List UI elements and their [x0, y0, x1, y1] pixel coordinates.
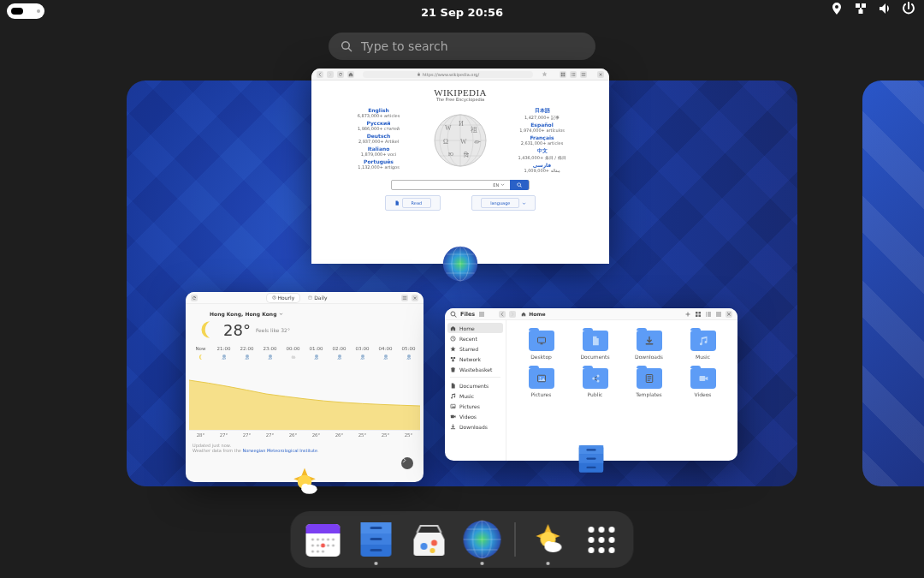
search-icon	[341, 40, 352, 52]
list-button[interactable]	[570, 71, 577, 78]
scroll-next-button[interactable]	[401, 457, 413, 469]
refresh-button[interactable]	[191, 295, 198, 301]
hour-col: 04:00	[374, 346, 397, 363]
tab-hourly[interactable]: Hourly	[267, 294, 300, 302]
close-button[interactable]: ×	[597, 71, 604, 78]
folder-documents[interactable]: Documents	[571, 331, 619, 360]
forward-button[interactable]	[327, 71, 334, 78]
folder-templates[interactable]: Templates	[625, 368, 673, 397]
window-icon-weather	[286, 463, 323, 501]
wiki-lang-link[interactable]: Español1,974,000+ artículos	[499, 122, 585, 133]
tabs-button[interactable]	[560, 71, 566, 78]
breadcrumb[interactable]: Home	[521, 311, 545, 317]
close-button[interactable]: ×	[412, 295, 418, 301]
dock-software[interactable]	[409, 519, 450, 560]
tab-daily[interactable]: Daily	[303, 294, 332, 302]
home-button[interactable]	[347, 71, 354, 78]
appgrid-icon	[588, 527, 614, 553]
folder-music[interactable]: Music	[678, 331, 727, 360]
location-picker[interactable]: Hong Kong, Hong Kong	[210, 311, 424, 317]
sidebar-item-trash[interactable]: Wastebasket	[445, 364, 506, 374]
folder-videos[interactable]: Videos	[678, 368, 727, 397]
window-weather[interactable]: Hourly Daily × Hong Kong, Hong Kong 28° …	[186, 292, 424, 482]
wiki-lang-link[interactable]: 日本語1,427,000+ 記事	[499, 107, 585, 120]
hour-col: 01:00	[305, 346, 328, 363]
wiki-lang-link[interactable]: Français2,631,000+ articles	[499, 134, 585, 146]
weather-credit-link[interactable]: Norwegian Meteorological Institute	[243, 448, 317, 453]
dock-web[interactable]	[462, 519, 503, 560]
folder-icon	[583, 331, 608, 351]
dock-calendar[interactable]	[303, 519, 344, 560]
hour-temp: 25°	[397, 432, 420, 438]
wiki-lang-link[interactable]: Deutsch2,937,000+ Artikel	[335, 133, 422, 144]
hour-col: 22:00	[235, 346, 258, 363]
folder-desktop[interactable]: Desktop	[517, 331, 566, 360]
wiki-lang-link[interactable]: English6,873,000+ articles	[335, 107, 422, 118]
wiki-lang-link[interactable]: Italiano1,879,000+ voci	[335, 146, 422, 157]
back-button[interactable]	[317, 71, 323, 78]
wikipedia-search[interactable]: EN	[391, 180, 530, 190]
search-icon[interactable]	[450, 311, 457, 318]
sidebar-item-network[interactable]: Network	[445, 354, 506, 364]
folder-label: Templates	[636, 391, 662, 397]
sidebar-toggle-icon[interactable]	[478, 311, 485, 318]
sidebar-item-recent[interactable]: Recent	[445, 333, 506, 343]
browser-headerbar: https://www.wikipedia.org/ ×	[311, 69, 609, 80]
close-button[interactable]: ×	[726, 311, 732, 318]
folder-icon	[529, 368, 554, 389]
new-tab-icon[interactable]	[684, 311, 691, 318]
workspace-next[interactable]	[862, 80, 924, 486]
activities-pill[interactable]	[7, 3, 44, 19]
hour-col: 02:00	[328, 346, 351, 363]
wiki-lang-link[interactable]: 中文1,436,000+ 条目 / 條目	[499, 147, 585, 160]
dock-weather[interactable]	[528, 519, 569, 560]
folder-label: Documents	[580, 354, 609, 360]
sidebar-item-documents[interactable]: Documents	[445, 380, 506, 390]
wikipedia-lang-link[interactable]: language	[471, 195, 536, 211]
current-conditions: 28° Feels like 32°	[196, 319, 424, 341]
sidebar-item-pictures[interactable]: Pictures	[445, 401, 506, 411]
dock-files[interactable]	[356, 519, 397, 560]
wikipedia-search-go[interactable]	[510, 180, 529, 190]
folder-label: Downloads	[635, 354, 663, 360]
back-button[interactable]	[499, 311, 506, 318]
weather-headerbar: Hourly Daily ×	[186, 292, 424, 304]
dock-separator	[515, 522, 516, 557]
folder-icon	[637, 368, 662, 389]
sidebar-item-videos[interactable]: Videos	[445, 411, 506, 421]
sidebar-item-home[interactable]: Home	[447, 323, 503, 333]
browser-viewport: WIKIPEDIA The Free Encyclopedia English6…	[311, 80, 609, 264]
wiki-lang-link[interactable]: فارسی1,009,000+ مقاله	[499, 162, 585, 173]
system-tray[interactable]	[830, 2, 915, 15]
menu-button[interactable]	[580, 71, 587, 78]
wikipedia-read-link[interactable]: Read	[385, 195, 441, 211]
lock-icon	[417, 72, 421, 76]
window-web-browser[interactable]: https://www.wikipedia.org/ × WIKIPEDIA T…	[311, 69, 609, 264]
hour-col: 05:00	[397, 346, 420, 363]
folder-downloads[interactable]: Downloads	[625, 331, 673, 360]
sidebar-item-starred[interactable]: Starred	[445, 343, 506, 354]
reload-button[interactable]	[337, 71, 344, 78]
wiki-lang-link[interactable]: Português1,132,000+ artigos	[335, 158, 422, 170]
window-files[interactable]: Files Home × HomeRecentStarredNetworkWas…	[445, 308, 737, 461]
view-grid-icon[interactable]	[695, 311, 702, 318]
overview-search[interactable]: Type to search	[329, 33, 595, 60]
menu-icon[interactable]	[715, 311, 722, 318]
wiki-lang-link[interactable]: Русский1,986,000+ статей	[335, 120, 422, 131]
wikipedia-search-lang[interactable]: EN	[488, 182, 510, 188]
bookmark-star-icon[interactable]	[542, 71, 548, 77]
url-bar[interactable]: https://www.wikipedia.org/	[363, 71, 533, 78]
view-list-icon[interactable]	[705, 311, 712, 318]
network-icon	[854, 2, 868, 15]
hour-col: 21:00	[212, 346, 235, 363]
folder-pictures[interactable]: Pictures	[517, 368, 566, 397]
wikipedia-tagline: The Free Encyclopedia	[335, 97, 585, 102]
folder-public[interactable]: Public	[571, 368, 619, 397]
sidebar-item-music[interactable]: Music	[445, 390, 506, 401]
forward-button[interactable]	[509, 311, 516, 318]
clock[interactable]: 21 Sep 20:56	[421, 6, 503, 19]
dock-appgrid[interactable]	[581, 519, 622, 560]
menu-button[interactable]	[401, 295, 408, 301]
sidebar-item-downloads[interactable]: Downloads	[445, 421, 506, 432]
hour-temp: 27°	[235, 432, 258, 438]
